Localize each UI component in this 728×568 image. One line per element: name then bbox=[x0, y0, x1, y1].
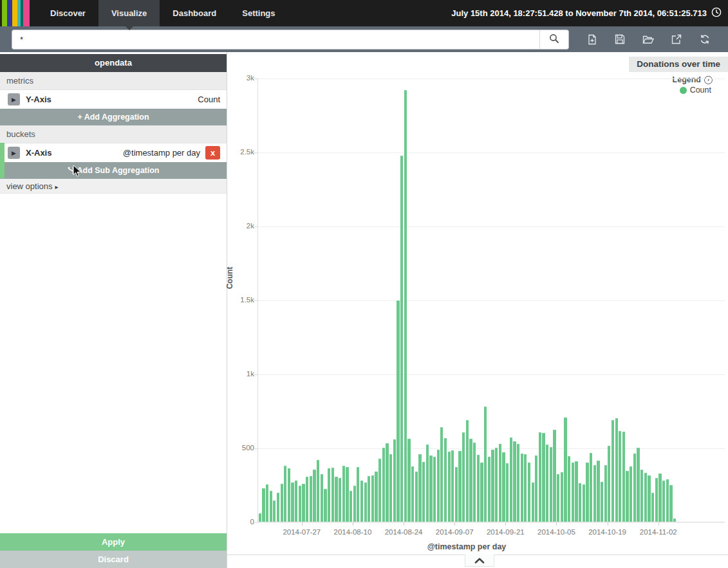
histogram-bar[interactable] bbox=[389, 454, 392, 522]
histogram-bar[interactable] bbox=[350, 491, 352, 523]
histogram-bar[interactable] bbox=[342, 466, 345, 523]
histogram-bar[interactable] bbox=[281, 484, 283, 522]
histogram-bar[interactable] bbox=[364, 482, 367, 522]
histogram-bar[interactable] bbox=[590, 453, 592, 522]
histogram-bar[interactable] bbox=[288, 468, 290, 522]
histogram-bar[interactable] bbox=[404, 90, 407, 522]
histogram-bar[interactable] bbox=[517, 444, 519, 522]
save-visualization-button[interactable] bbox=[609, 26, 631, 52]
histogram-bar[interactable] bbox=[397, 300, 399, 522]
histogram-bar[interactable] bbox=[400, 156, 403, 522]
histogram-bar[interactable] bbox=[411, 466, 414, 522]
histogram-bar[interactable] bbox=[458, 451, 461, 522]
histogram-bar[interactable] bbox=[655, 478, 658, 522]
histogram-bar[interactable] bbox=[658, 473, 661, 522]
histogram-bar[interactable] bbox=[382, 448, 385, 522]
histogram-bar[interactable] bbox=[480, 463, 483, 522]
histogram-bar[interactable] bbox=[335, 477, 337, 522]
histogram-bar[interactable] bbox=[448, 452, 451, 522]
histogram-bar[interactable] bbox=[484, 407, 487, 522]
share-visualization-button[interactable] bbox=[666, 26, 687, 52]
histogram-bar[interactable] bbox=[270, 491, 272, 523]
histogram-bar[interactable] bbox=[502, 452, 505, 522]
histogram-bar[interactable] bbox=[524, 454, 527, 522]
histogram-bar[interactable] bbox=[491, 450, 494, 522]
histogram-bar[interactable] bbox=[604, 465, 607, 522]
histogram-bar[interactable] bbox=[259, 513, 261, 522]
histogram-bar[interactable] bbox=[583, 484, 585, 522]
histogram-bar[interactable] bbox=[619, 431, 621, 522]
histogram-bar[interactable] bbox=[321, 474, 323, 522]
histogram-bar[interactable] bbox=[633, 453, 636, 522]
histogram-bar[interactable] bbox=[626, 471, 628, 522]
histogram-bar[interactable] bbox=[648, 475, 650, 522]
histogram-bar[interactable] bbox=[506, 463, 509, 522]
histogram-bar[interactable] bbox=[262, 488, 265, 522]
histogram-bar[interactable] bbox=[331, 468, 334, 522]
histogram-bar[interactable] bbox=[310, 476, 312, 523]
time-range-picker[interactable]: July 15th 2014, 18:27:51.428 to November… bbox=[451, 0, 722, 26]
histogram-bar[interactable] bbox=[386, 443, 388, 522]
histogram-bar[interactable] bbox=[306, 477, 308, 522]
histogram-bar[interactable] bbox=[437, 450, 440, 522]
histogram-bar[interactable] bbox=[273, 500, 275, 523]
discard-button[interactable]: Discard bbox=[0, 551, 227, 568]
histogram-bar[interactable] bbox=[535, 455, 537, 522]
histogram-bar[interactable] bbox=[622, 432, 625, 522]
histogram-bar[interactable] bbox=[542, 433, 545, 522]
histogram-bar[interactable] bbox=[495, 448, 498, 522]
search-button[interactable] bbox=[539, 30, 569, 50]
histogram-bar[interactable] bbox=[477, 455, 480, 522]
histogram-bar[interactable] bbox=[418, 454, 421, 522]
view-options-toggle[interactable]: view options▸ bbox=[0, 179, 227, 194]
histogram-bar[interactable] bbox=[597, 461, 599, 522]
x-axis-agg-row[interactable]: ▶ X-Axis @timestamp per day x bbox=[0, 143, 227, 162]
histogram-bar[interactable] bbox=[644, 473, 647, 522]
histogram-bar[interactable] bbox=[466, 420, 469, 522]
histogram-bar[interactable] bbox=[433, 457, 436, 522]
histogram-bar[interactable] bbox=[429, 455, 432, 522]
histogram-bar[interactable] bbox=[371, 475, 374, 522]
histogram-bar[interactable] bbox=[539, 432, 541, 522]
histogram-bar[interactable] bbox=[295, 481, 297, 523]
histogram-bar[interactable] bbox=[608, 446, 610, 522]
histogram-bar[interactable] bbox=[451, 450, 454, 522]
histogram-bar[interactable] bbox=[575, 461, 577, 522]
histogram-bar[interactable] bbox=[557, 474, 559, 522]
spy-panel-toggle[interactable] bbox=[465, 554, 494, 567]
add-sub-aggregation-button[interactable]: Add Sub Aggregation bbox=[0, 162, 227, 179]
histogram-bar[interactable] bbox=[469, 439, 472, 522]
histogram-bar[interactable] bbox=[473, 443, 476, 522]
open-visualization-button[interactable] bbox=[637, 26, 659, 52]
histogram-bar[interactable] bbox=[328, 468, 330, 522]
histogram-bar[interactable] bbox=[346, 467, 348, 522]
histogram-bar[interactable] bbox=[378, 459, 381, 522]
histogram-bar[interactable] bbox=[630, 466, 632, 522]
histogram-bar[interactable] bbox=[553, 430, 555, 522]
histogram-bar[interactable] bbox=[440, 427, 443, 522]
histogram-bar[interactable] bbox=[640, 470, 643, 522]
histogram-bar[interactable] bbox=[601, 482, 603, 522]
histogram-bar[interactable] bbox=[615, 418, 618, 522]
tab-visualize[interactable]: Visualize bbox=[98, 0, 160, 26]
histogram-bar[interactable] bbox=[407, 439, 410, 522]
tab-discover[interactable]: Discover bbox=[37, 0, 98, 26]
apply-button[interactable]: Apply bbox=[0, 533, 227, 551]
expand-caret-icon[interactable]: ▶ bbox=[8, 93, 20, 105]
histogram-bar[interactable] bbox=[375, 472, 377, 522]
refresh-button[interactable] bbox=[694, 26, 716, 52]
histogram-bar[interactable] bbox=[462, 432, 465, 522]
histogram-bar[interactable] bbox=[291, 482, 294, 522]
histogram-bar[interactable] bbox=[532, 482, 534, 522]
histogram-bar[interactable] bbox=[393, 439, 396, 522]
add-aggregation-button[interactable]: + Add Aggregation bbox=[0, 109, 227, 125]
histogram-bar[interactable] bbox=[299, 486, 301, 523]
histogram-bar[interactable] bbox=[284, 466, 286, 523]
histogram-bar[interactable] bbox=[521, 453, 523, 522]
histogram-bar[interactable] bbox=[550, 447, 552, 522]
histogram-bar[interactable] bbox=[266, 484, 268, 522]
histogram-bar[interactable] bbox=[415, 472, 418, 522]
histogram-bar[interactable] bbox=[637, 448, 639, 522]
histogram-bar[interactable] bbox=[572, 463, 574, 522]
histogram-bar[interactable] bbox=[302, 484, 304, 522]
